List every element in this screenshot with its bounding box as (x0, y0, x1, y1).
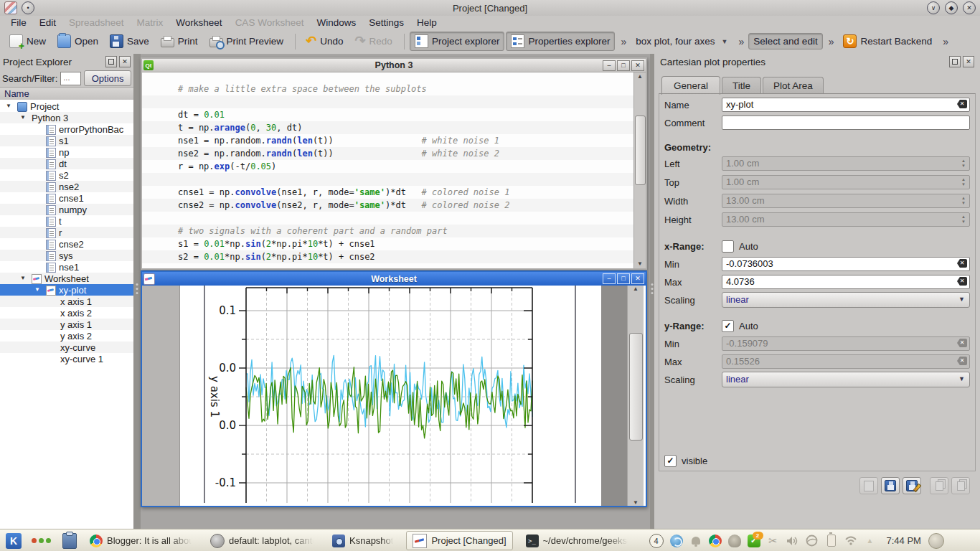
visible-checkbox[interactable]: ✓ (664, 455, 677, 467)
tree-item-x-axis-1[interactable]: x axis 1 (0, 296, 133, 307)
clear-text-icon[interactable]: ✕ (957, 100, 967, 108)
menu-spreadsheet[interactable]: Spreadsheet (62, 17, 131, 28)
menu-cas-worksheet[interactable]: CAS Worksheet (229, 17, 311, 28)
task-ksnapshot[interactable]: Ksnapshot (326, 532, 399, 550)
clipboard-widget-icon[interactable] (62, 533, 77, 549)
tree-item-worksheet[interactable]: ▼Worksheet (0, 273, 133, 284)
tree-item-xy-curve-1[interactable]: xy-curve 1 (0, 353, 133, 364)
plasma-cashew-icon[interactable] (928, 533, 944, 549)
tree-item-t[interactable]: t (0, 215, 133, 227)
plot-svg[interactable]: 0.10.00.0-0.1y axis 1 (179, 286, 603, 503)
worksheet-vertical-scrollbar[interactable]: ▲ ▼ (627, 286, 644, 506)
paste-properties-button[interactable] (951, 477, 970, 494)
open-button[interactable]: Open (52, 32, 103, 51)
tree-column-header[interactable]: Name (0, 87, 133, 101)
x-range-auto-checkbox[interactable] (722, 240, 734, 253)
wifi-icon[interactable] (844, 534, 857, 547)
tree-item-project[interactable]: ▼Project (0, 100, 133, 112)
nepomuk-icon[interactable] (670, 534, 683, 547)
tree-item-s2[interactable]: s2 (0, 169, 133, 181)
close-window-button[interactable]: ✕ (963, 1, 976, 14)
menu-settings[interactable]: Settings (362, 17, 410, 28)
kopete-status-icon[interactable]: ✓2 (748, 534, 760, 547)
clear-text-icon[interactable]: ✕ (957, 277, 967, 286)
options-button[interactable]: Options (84, 70, 131, 86)
save-template-button[interactable] (881, 477, 900, 494)
redo-button[interactable]: ↷Redo (350, 32, 397, 50)
tree-item-python-3[interactable]: ▼Python 3 (0, 112, 133, 123)
scroll-down-icon[interactable]: ▼ (634, 260, 646, 268)
activity-pager-icon[interactable] (32, 538, 51, 543)
tree-item-sys[interactable]: sys (0, 250, 133, 261)
save-as-template-button[interactable] (903, 477, 921, 494)
tree-item-nse2[interactable]: nse2 (0, 181, 133, 192)
expand-arrow-icon[interactable]: ▼ (34, 286, 40, 293)
comment-field[interactable] (722, 116, 970, 130)
filter-input[interactable]: ... (60, 72, 81, 85)
x-min-field[interactable]: -0.0736003 ✕ (722, 257, 970, 271)
restart-backend-button[interactable]: ↻Restart Backend (838, 32, 937, 51)
y-range-auto-checkbox[interactable]: ✓ (722, 320, 734, 332)
tree-item-np[interactable]: np (0, 146, 133, 158)
expand-arrow-icon[interactable]: ▼ (6, 103, 11, 109)
klipper-scissors-icon[interactable]: ✂ (767, 534, 780, 547)
minimize-icon[interactable]: – (603, 273, 616, 284)
new-button[interactable]: New (4, 32, 51, 51)
tree-item-y-axis-2[interactable]: y axis 2 (0, 330, 133, 342)
scroll-down-icon[interactable]: ▼ (628, 499, 644, 506)
tree-item-errorpythonbac[interactable]: errorPythonBac (0, 123, 133, 135)
tab-plot-area[interactable]: Plot Area (763, 77, 824, 94)
select-and-edit-button[interactable]: Select and edit (748, 33, 822, 50)
expand-arrow-icon[interactable]: ▼ (20, 114, 26, 121)
tab-general[interactable]: General (661, 76, 720, 95)
tree-item-cnse2[interactable]: cnse2 (0, 238, 133, 250)
minimize-icon[interactable]: – (603, 60, 616, 71)
float-panel-icon[interactable] (105, 56, 117, 67)
close-panel-icon[interactable]: ✕ (119, 56, 131, 67)
chrome-tray-icon[interactable] (709, 534, 722, 547)
tree-item-cnse1[interactable]: cnse1 (0, 192, 133, 204)
menu-windows[interactable]: Windows (310, 17, 362, 28)
expand-arrow-icon[interactable]: ▼ (20, 275, 26, 281)
notifications-bell-icon[interactable] (689, 534, 702, 547)
tree-item-r[interactable]: r (0, 227, 133, 238)
scrollbar-slider[interactable] (635, 116, 646, 185)
close-panel-icon[interactable]: ✕ (963, 56, 974, 67)
menu-edit[interactable]: Edit (33, 17, 62, 28)
network-globe-icon[interactable] (806, 534, 819, 547)
left-splitter-handle[interactable] (133, 54, 141, 529)
x-scaling-combobox[interactable]: linear ▼ (722, 292, 970, 308)
worksheet-view[interactable]: 0.10.00.0-0.1y axis 1 ▲ ▼ (142, 286, 646, 506)
copy-properties-button[interactable] (930, 477, 948, 494)
maximize-window-button[interactable]: ◆ (945, 1, 958, 14)
worksheet-window-titlebar[interactable]: Worksheet – □ ✕ (142, 272, 646, 286)
amarok-wolf-icon[interactable] (728, 534, 741, 547)
scrollbar-slider[interactable] (629, 333, 643, 441)
box-plot-four-axes-button[interactable]: box plot, four axes▼ (631, 33, 732, 50)
clock[interactable]: 7:44 PM (887, 535, 921, 546)
properties-explorer-button[interactable]: Properties explorer (506, 32, 615, 51)
print-preview-button[interactable]: Print Preview (204, 33, 289, 50)
task-blogger-it-is-all-about[interactable]: Blogger: It is all about (84, 532, 197, 550)
save-button[interactable]: Save (105, 32, 154, 51)
tree-item-dt[interactable]: dt (0, 158, 133, 169)
name-field[interactable]: xy-plot ✕ (722, 98, 970, 112)
task-default-labplot-canto[interactable]: default: labplot, canto (204, 532, 319, 550)
tree-item-x-axis-2[interactable]: x axis 2 (0, 307, 133, 319)
task-dev-chrome-geeksqu[interactable]: >_~/dev/chrome/geeksqu (520, 532, 633, 550)
clear-text-icon[interactable]: ✕ (957, 259, 967, 268)
maximize-icon[interactable]: □ (617, 273, 630, 284)
tree-item-nse1[interactable]: nse1 (0, 261, 133, 273)
load-template-button[interactable] (859, 477, 878, 494)
y-scaling-combobox[interactable]: linear ▼ (722, 372, 970, 387)
menu-file[interactable]: File (4, 17, 33, 28)
tree-item-numpy[interactable]: numpy (0, 204, 133, 215)
undo-button[interactable]: ↶Undo (301, 32, 348, 50)
float-panel-icon[interactable] (949, 56, 961, 67)
python3-code-view[interactable]: # make a little extra space between the … (142, 72, 646, 268)
project-explorer-button[interactable]: Project explorer (410, 32, 505, 51)
x-max-field[interactable]: 4.0736 ✕ (722, 275, 970, 289)
menu-worksheet[interactable]: Worksheet (169, 17, 228, 28)
toolbar-overflow-icon[interactable]: » (829, 36, 834, 47)
menu-help[interactable]: Help (410, 17, 443, 28)
